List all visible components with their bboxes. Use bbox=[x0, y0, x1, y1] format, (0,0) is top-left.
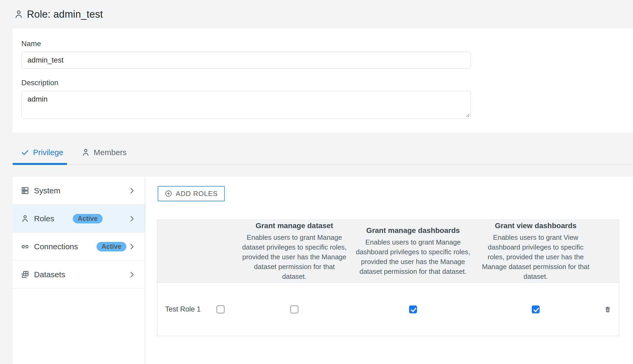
tab-bar: Privilege Members bbox=[13, 133, 633, 165]
person-icon bbox=[14, 9, 24, 19]
resize-handle-icon[interactable] bbox=[466, 113, 469, 117]
cell-checkbox-1 bbox=[203, 305, 238, 313]
name-label: Name bbox=[21, 40, 633, 48]
trash-icon bbox=[604, 306, 611, 313]
plus-circle-icon bbox=[165, 190, 172, 198]
page-header: Role: admin_test bbox=[14, 0, 103, 28]
sidebar-item-label: Datasets bbox=[34, 270, 65, 279]
chevron-right-icon bbox=[128, 243, 136, 251]
header-cell-grant-manage-dataset: Grant manage dataset Enables users to gr… bbox=[238, 220, 351, 282]
main-content: ADD ROLES Grant manage dataset Enables u… bbox=[145, 177, 633, 364]
page: Role: admin_test Name Description admin … bbox=[0, 0, 633, 364]
role-form-card: Name Description admin bbox=[13, 28, 633, 133]
column-description: Enables users to grant Manage dataset pr… bbox=[241, 233, 347, 281]
header-cell-grant-manage-dashboards: Grant manage dashboards Enables users to… bbox=[351, 220, 475, 282]
permissions-table: Grant manage dataset Enables users to gr… bbox=[157, 219, 619, 336]
server-icon bbox=[21, 186, 30, 195]
person-icon bbox=[81, 148, 90, 157]
status-badge: Active bbox=[73, 214, 103, 223]
table-row: Test Role 1 bbox=[157, 283, 619, 336]
table-header-row: Grant manage dataset Enables users to gr… bbox=[157, 220, 619, 283]
sidebar-item-label: Connections bbox=[34, 242, 78, 251]
tab-members[interactable]: Members bbox=[75, 133, 130, 164]
column-description: Enables users to grant Manage dashboard … bbox=[355, 237, 471, 276]
cell-checkbox-grant-manage-dashboards bbox=[351, 305, 475, 313]
sidebar-item-system[interactable]: System bbox=[13, 177, 145, 205]
column-title: Grant manage dashboards bbox=[355, 226, 471, 235]
sidebar-item-roles[interactable]: Roles Active bbox=[13, 205, 145, 233]
cell-delete bbox=[596, 306, 619, 313]
column-title: Grant view dashboards bbox=[479, 221, 593, 231]
page-title: Role: admin_test bbox=[27, 9, 103, 20]
active-tab-underline bbox=[13, 163, 67, 165]
name-input[interactable] bbox=[21, 52, 471, 69]
checkbox[interactable] bbox=[532, 305, 540, 313]
cell-checkbox-grant-view-dashboards bbox=[475, 305, 596, 313]
checkbox[interactable] bbox=[409, 305, 417, 313]
sidebar-item-label: Roles bbox=[34, 214, 54, 223]
column-description: Enables users to grant View dashboard pr… bbox=[479, 233, 593, 281]
sidebar-item-datasets[interactable]: Datasets bbox=[13, 261, 145, 289]
chevron-right-icon bbox=[128, 271, 136, 279]
header-cell-grant-view-dashboards: Grant view dashboards Enables users to g… bbox=[475, 220, 596, 282]
checkbox[interactable] bbox=[217, 305, 224, 313]
status-badge: Active bbox=[97, 242, 126, 251]
sidebar: System Roles Active Connecti bbox=[13, 177, 145, 364]
add-roles-button[interactable]: ADD ROLES bbox=[158, 186, 225, 201]
column-title: Grant manage dataset bbox=[241, 221, 347, 231]
cell-checkbox-grant-manage-dataset bbox=[238, 305, 351, 313]
chevron-right-icon bbox=[128, 215, 136, 223]
header-cell-actions bbox=[596, 220, 619, 282]
description-textarea[interactable]: admin bbox=[21, 91, 471, 119]
tab-members-label: Members bbox=[94, 148, 127, 157]
check-icon bbox=[21, 148, 30, 157]
tab-privilege-label: Privilege bbox=[33, 148, 63, 157]
person-icon bbox=[21, 214, 30, 223]
sidebar-item-label: System bbox=[34, 186, 60, 195]
delete-role-button[interactable] bbox=[604, 306, 611, 313]
add-roles-label: ADD ROLES bbox=[176, 190, 218, 198]
checkbox[interactable] bbox=[290, 305, 298, 313]
table-grid-icon bbox=[21, 270, 30, 279]
link-icon bbox=[21, 242, 30, 251]
chevron-right-icon bbox=[128, 187, 136, 195]
description-label: Description bbox=[21, 79, 633, 87]
tab-privilege[interactable]: Privilege bbox=[13, 133, 67, 164]
description-field-wrap: admin bbox=[21, 91, 471, 119]
role-name: Test Role 1 bbox=[157, 305, 203, 313]
sidebar-item-connections[interactable]: Connections Active bbox=[13, 233, 145, 261]
header-cell-empty bbox=[157, 220, 238, 282]
